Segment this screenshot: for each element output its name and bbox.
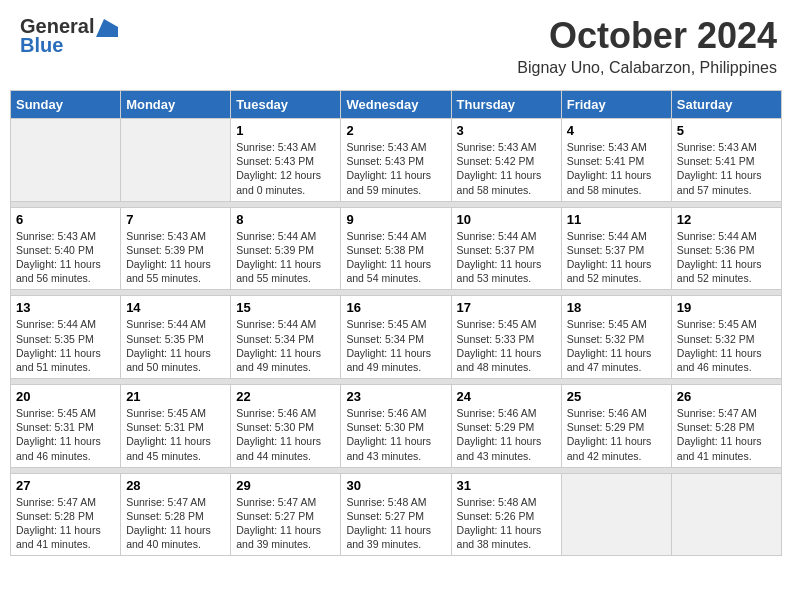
day-number: 26 <box>677 389 776 404</box>
logo-blue: Blue <box>20 34 63 57</box>
calendar-cell: 6Sunrise: 5:43 AM Sunset: 5:40 PM Daylig… <box>11 207 121 290</box>
day-info: Sunrise: 5:48 AM Sunset: 5:27 PM Dayligh… <box>346 495 445 552</box>
day-number: 31 <box>457 478 556 493</box>
week-row-3: 13Sunrise: 5:44 AM Sunset: 5:35 PM Dayli… <box>11 296 782 379</box>
calendar-cell: 17Sunrise: 5:45 AM Sunset: 5:33 PM Dayli… <box>451 296 561 379</box>
day-number: 25 <box>567 389 666 404</box>
day-info: Sunrise: 5:46 AM Sunset: 5:29 PM Dayligh… <box>567 406 666 463</box>
calendar-cell: 31Sunrise: 5:48 AM Sunset: 5:26 PM Dayli… <box>451 473 561 556</box>
calendar-cell: 15Sunrise: 5:44 AM Sunset: 5:34 PM Dayli… <box>231 296 341 379</box>
week-row-4: 20Sunrise: 5:45 AM Sunset: 5:31 PM Dayli… <box>11 385 782 468</box>
calendar-cell <box>561 473 671 556</box>
calendar-cell: 16Sunrise: 5:45 AM Sunset: 5:34 PM Dayli… <box>341 296 451 379</box>
calendar-cell: 25Sunrise: 5:46 AM Sunset: 5:29 PM Dayli… <box>561 385 671 468</box>
calendar-cell: 1Sunrise: 5:43 AM Sunset: 5:43 PM Daylig… <box>231 119 341 202</box>
weekday-header-friday: Friday <box>561 91 671 119</box>
calendar-cell: 2Sunrise: 5:43 AM Sunset: 5:43 PM Daylig… <box>341 119 451 202</box>
day-number: 5 <box>677 123 776 138</box>
day-info: Sunrise: 5:44 AM Sunset: 5:38 PM Dayligh… <box>346 229 445 286</box>
day-number: 27 <box>16 478 115 493</box>
calendar-cell: 13Sunrise: 5:44 AM Sunset: 5:35 PM Dayli… <box>11 296 121 379</box>
day-info: Sunrise: 5:47 AM Sunset: 5:28 PM Dayligh… <box>126 495 225 552</box>
day-info: Sunrise: 5:43 AM Sunset: 5:42 PM Dayligh… <box>457 140 556 197</box>
day-number: 13 <box>16 300 115 315</box>
calendar-cell: 23Sunrise: 5:46 AM Sunset: 5:30 PM Dayli… <box>341 385 451 468</box>
day-info: Sunrise: 5:44 AM Sunset: 5:37 PM Dayligh… <box>567 229 666 286</box>
calendar-cell: 29Sunrise: 5:47 AM Sunset: 5:27 PM Dayli… <box>231 473 341 556</box>
day-info: Sunrise: 5:47 AM Sunset: 5:28 PM Dayligh… <box>677 406 776 463</box>
day-number: 7 <box>126 212 225 227</box>
calendar-header-row: SundayMondayTuesdayWednesdayThursdayFrid… <box>11 91 782 119</box>
day-info: Sunrise: 5:43 AM Sunset: 5:39 PM Dayligh… <box>126 229 225 286</box>
day-number: 22 <box>236 389 335 404</box>
day-info: Sunrise: 5:45 AM Sunset: 5:32 PM Dayligh… <box>677 317 776 374</box>
weekday-header-monday: Monday <box>121 91 231 119</box>
day-info: Sunrise: 5:44 AM Sunset: 5:35 PM Dayligh… <box>16 317 115 374</box>
day-info: Sunrise: 5:43 AM Sunset: 5:41 PM Dayligh… <box>567 140 666 197</box>
day-number: 11 <box>567 212 666 227</box>
day-number: 12 <box>677 212 776 227</box>
calendar-cell: 5Sunrise: 5:43 AM Sunset: 5:41 PM Daylig… <box>671 119 781 202</box>
day-info: Sunrise: 5:43 AM Sunset: 5:40 PM Dayligh… <box>16 229 115 286</box>
day-number: 9 <box>346 212 445 227</box>
day-number: 19 <box>677 300 776 315</box>
day-number: 20 <box>16 389 115 404</box>
calendar-cell: 26Sunrise: 5:47 AM Sunset: 5:28 PM Dayli… <box>671 385 781 468</box>
weekday-header-tuesday: Tuesday <box>231 91 341 119</box>
day-number: 17 <box>457 300 556 315</box>
calendar-cell: 20Sunrise: 5:45 AM Sunset: 5:31 PM Dayli… <box>11 385 121 468</box>
day-number: 23 <box>346 389 445 404</box>
title-area: October 2024 Bignay Uno, Calabarzon, Phi… <box>517 15 777 77</box>
day-info: Sunrise: 5:43 AM Sunset: 5:41 PM Dayligh… <box>677 140 776 197</box>
day-number: 28 <box>126 478 225 493</box>
month-title: October 2024 <box>517 15 777 57</box>
calendar-cell: 28Sunrise: 5:47 AM Sunset: 5:28 PM Dayli… <box>121 473 231 556</box>
day-number: 29 <box>236 478 335 493</box>
calendar-cell: 9Sunrise: 5:44 AM Sunset: 5:38 PM Daylig… <box>341 207 451 290</box>
calendar-cell: 14Sunrise: 5:44 AM Sunset: 5:35 PM Dayli… <box>121 296 231 379</box>
day-info: Sunrise: 5:45 AM Sunset: 5:31 PM Dayligh… <box>126 406 225 463</box>
day-info: Sunrise: 5:46 AM Sunset: 5:30 PM Dayligh… <box>346 406 445 463</box>
weekday-header-sunday: Sunday <box>11 91 121 119</box>
week-row-5: 27Sunrise: 5:47 AM Sunset: 5:28 PM Dayli… <box>11 473 782 556</box>
day-info: Sunrise: 5:44 AM Sunset: 5:34 PM Dayligh… <box>236 317 335 374</box>
day-number: 10 <box>457 212 556 227</box>
page-header: General Blue October 2024 Bignay Uno, Ca… <box>10 10 782 82</box>
day-number: 18 <box>567 300 666 315</box>
day-info: Sunrise: 5:45 AM Sunset: 5:34 PM Dayligh… <box>346 317 445 374</box>
day-number: 6 <box>16 212 115 227</box>
weekday-header-thursday: Thursday <box>451 91 561 119</box>
day-info: Sunrise: 5:48 AM Sunset: 5:26 PM Dayligh… <box>457 495 556 552</box>
day-info: Sunrise: 5:45 AM Sunset: 5:31 PM Dayligh… <box>16 406 115 463</box>
calendar-cell: 8Sunrise: 5:44 AM Sunset: 5:39 PM Daylig… <box>231 207 341 290</box>
location-subtitle: Bignay Uno, Calabarzon, Philippines <box>517 59 777 77</box>
calendar-cell: 7Sunrise: 5:43 AM Sunset: 5:39 PM Daylig… <box>121 207 231 290</box>
day-info: Sunrise: 5:47 AM Sunset: 5:28 PM Dayligh… <box>16 495 115 552</box>
day-info: Sunrise: 5:43 AM Sunset: 5:43 PM Dayligh… <box>346 140 445 197</box>
day-info: Sunrise: 5:44 AM Sunset: 5:35 PM Dayligh… <box>126 317 225 374</box>
logo-icon <box>96 17 118 37</box>
day-number: 21 <box>126 389 225 404</box>
calendar-cell: 18Sunrise: 5:45 AM Sunset: 5:32 PM Dayli… <box>561 296 671 379</box>
calendar-cell: 21Sunrise: 5:45 AM Sunset: 5:31 PM Dayli… <box>121 385 231 468</box>
calendar-cell: 19Sunrise: 5:45 AM Sunset: 5:32 PM Dayli… <box>671 296 781 379</box>
calendar-cell: 27Sunrise: 5:47 AM Sunset: 5:28 PM Dayli… <box>11 473 121 556</box>
day-number: 14 <box>126 300 225 315</box>
day-number: 30 <box>346 478 445 493</box>
day-info: Sunrise: 5:46 AM Sunset: 5:30 PM Dayligh… <box>236 406 335 463</box>
day-info: Sunrise: 5:45 AM Sunset: 5:32 PM Dayligh… <box>567 317 666 374</box>
calendar-cell <box>121 119 231 202</box>
calendar-cell: 11Sunrise: 5:44 AM Sunset: 5:37 PM Dayli… <box>561 207 671 290</box>
calendar-cell: 12Sunrise: 5:44 AM Sunset: 5:36 PM Dayli… <box>671 207 781 290</box>
calendar-cell: 30Sunrise: 5:48 AM Sunset: 5:27 PM Dayli… <box>341 473 451 556</box>
day-info: Sunrise: 5:44 AM Sunset: 5:36 PM Dayligh… <box>677 229 776 286</box>
week-row-2: 6Sunrise: 5:43 AM Sunset: 5:40 PM Daylig… <box>11 207 782 290</box>
day-number: 2 <box>346 123 445 138</box>
day-info: Sunrise: 5:44 AM Sunset: 5:37 PM Dayligh… <box>457 229 556 286</box>
day-info: Sunrise: 5:43 AM Sunset: 5:43 PM Dayligh… <box>236 140 335 197</box>
day-number: 1 <box>236 123 335 138</box>
calendar-cell: 24Sunrise: 5:46 AM Sunset: 5:29 PM Dayli… <box>451 385 561 468</box>
day-number: 3 <box>457 123 556 138</box>
logo: General Blue <box>20 15 118 57</box>
day-info: Sunrise: 5:47 AM Sunset: 5:27 PM Dayligh… <box>236 495 335 552</box>
